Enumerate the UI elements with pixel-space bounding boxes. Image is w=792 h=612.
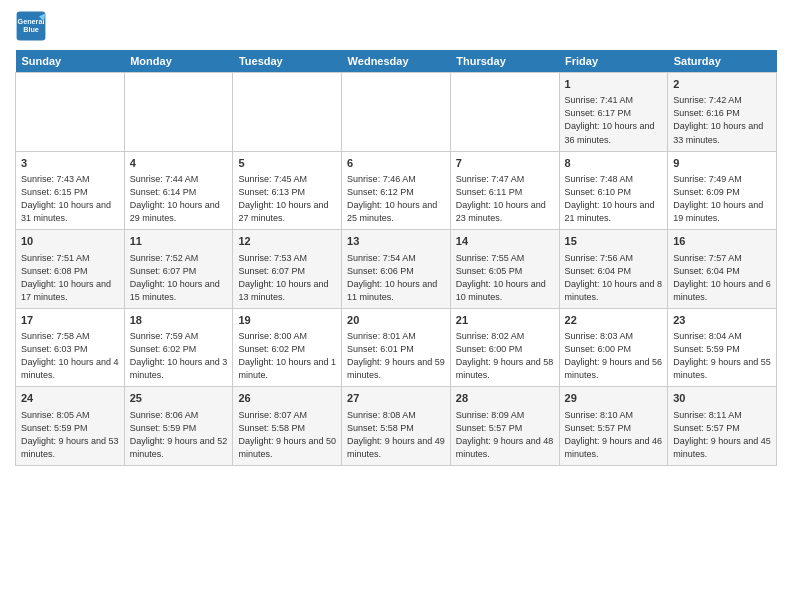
logo-icon: General Blue bbox=[15, 10, 47, 42]
calendar-cell: 17Sunrise: 7:58 AMSunset: 6:03 PMDayligh… bbox=[16, 308, 125, 387]
calendar-cell: 3Sunrise: 7:43 AMSunset: 6:15 PMDaylight… bbox=[16, 151, 125, 230]
calendar-cell: 10Sunrise: 7:51 AMSunset: 6:08 PMDayligh… bbox=[16, 230, 125, 309]
calendar-cell bbox=[342, 73, 451, 152]
day-info: Sunrise: 7:46 AMSunset: 6:12 PMDaylight:… bbox=[347, 173, 445, 225]
calendar-cell: 6Sunrise: 7:46 AMSunset: 6:12 PMDaylight… bbox=[342, 151, 451, 230]
calendar-cell: 11Sunrise: 7:52 AMSunset: 6:07 PMDayligh… bbox=[124, 230, 233, 309]
weekday-header-saturday: Saturday bbox=[668, 50, 777, 73]
calendar-cell: 2Sunrise: 7:42 AMSunset: 6:16 PMDaylight… bbox=[668, 73, 777, 152]
calendar-cell: 12Sunrise: 7:53 AMSunset: 6:07 PMDayligh… bbox=[233, 230, 342, 309]
day-number: 7 bbox=[456, 156, 554, 171]
day-number: 9 bbox=[673, 156, 771, 171]
day-number: 28 bbox=[456, 391, 554, 406]
day-number: 3 bbox=[21, 156, 119, 171]
calendar-cell: 20Sunrise: 8:01 AMSunset: 6:01 PMDayligh… bbox=[342, 308, 451, 387]
calendar-cell: 21Sunrise: 8:02 AMSunset: 6:00 PMDayligh… bbox=[450, 308, 559, 387]
day-number: 4 bbox=[130, 156, 228, 171]
day-info: Sunrise: 8:07 AMSunset: 5:58 PMDaylight:… bbox=[238, 409, 336, 461]
day-info: Sunrise: 7:43 AMSunset: 6:15 PMDaylight:… bbox=[21, 173, 119, 225]
weekday-header-friday: Friday bbox=[559, 50, 668, 73]
day-info: Sunrise: 8:02 AMSunset: 6:00 PMDaylight:… bbox=[456, 330, 554, 382]
calendar-cell: 28Sunrise: 8:09 AMSunset: 5:57 PMDayligh… bbox=[450, 387, 559, 466]
calendar-cell bbox=[450, 73, 559, 152]
weekday-header-tuesday: Tuesday bbox=[233, 50, 342, 73]
day-number: 23 bbox=[673, 313, 771, 328]
day-number: 10 bbox=[21, 234, 119, 249]
calendar-cell: 5Sunrise: 7:45 AMSunset: 6:13 PMDaylight… bbox=[233, 151, 342, 230]
day-number: 17 bbox=[21, 313, 119, 328]
day-number: 20 bbox=[347, 313, 445, 328]
day-info: Sunrise: 7:44 AMSunset: 6:14 PMDaylight:… bbox=[130, 173, 228, 225]
calendar-cell: 27Sunrise: 8:08 AMSunset: 5:58 PMDayligh… bbox=[342, 387, 451, 466]
day-number: 5 bbox=[238, 156, 336, 171]
day-info: Sunrise: 7:47 AMSunset: 6:11 PMDaylight:… bbox=[456, 173, 554, 225]
calendar-page: General Blue SundayMondayTuesdayWednesda… bbox=[0, 0, 792, 476]
calendar-cell: 29Sunrise: 8:10 AMSunset: 5:57 PMDayligh… bbox=[559, 387, 668, 466]
day-number: 25 bbox=[130, 391, 228, 406]
logo: General Blue bbox=[15, 10, 47, 42]
day-number: 29 bbox=[565, 391, 663, 406]
weekday-header-thursday: Thursday bbox=[450, 50, 559, 73]
day-number: 11 bbox=[130, 234, 228, 249]
calendar-cell: 22Sunrise: 8:03 AMSunset: 6:00 PMDayligh… bbox=[559, 308, 668, 387]
calendar-cell: 1Sunrise: 7:41 AMSunset: 6:17 PMDaylight… bbox=[559, 73, 668, 152]
day-info: Sunrise: 7:41 AMSunset: 6:17 PMDaylight:… bbox=[565, 94, 663, 146]
day-number: 8 bbox=[565, 156, 663, 171]
day-info: Sunrise: 7:53 AMSunset: 6:07 PMDaylight:… bbox=[238, 252, 336, 304]
day-info: Sunrise: 8:01 AMSunset: 6:01 PMDaylight:… bbox=[347, 330, 445, 382]
day-info: Sunrise: 8:09 AMSunset: 5:57 PMDaylight:… bbox=[456, 409, 554, 461]
day-info: Sunrise: 7:49 AMSunset: 6:09 PMDaylight:… bbox=[673, 173, 771, 225]
calendar-cell: 13Sunrise: 7:54 AMSunset: 6:06 PMDayligh… bbox=[342, 230, 451, 309]
day-info: Sunrise: 8:06 AMSunset: 5:59 PMDaylight:… bbox=[130, 409, 228, 461]
day-number: 15 bbox=[565, 234, 663, 249]
day-info: Sunrise: 7:54 AMSunset: 6:06 PMDaylight:… bbox=[347, 252, 445, 304]
day-number: 1 bbox=[565, 77, 663, 92]
calendar-week-row: 24Sunrise: 8:05 AMSunset: 5:59 PMDayligh… bbox=[16, 387, 777, 466]
day-number: 24 bbox=[21, 391, 119, 406]
day-number: 18 bbox=[130, 313, 228, 328]
calendar-cell: 9Sunrise: 7:49 AMSunset: 6:09 PMDaylight… bbox=[668, 151, 777, 230]
day-info: Sunrise: 7:51 AMSunset: 6:08 PMDaylight:… bbox=[21, 252, 119, 304]
calendar-cell: 16Sunrise: 7:57 AMSunset: 6:04 PMDayligh… bbox=[668, 230, 777, 309]
day-number: 22 bbox=[565, 313, 663, 328]
calendar-cell: 26Sunrise: 8:07 AMSunset: 5:58 PMDayligh… bbox=[233, 387, 342, 466]
weekday-header-monday: Monday bbox=[124, 50, 233, 73]
day-number: 6 bbox=[347, 156, 445, 171]
day-number: 27 bbox=[347, 391, 445, 406]
day-info: Sunrise: 8:00 AMSunset: 6:02 PMDaylight:… bbox=[238, 330, 336, 382]
day-number: 21 bbox=[456, 313, 554, 328]
calendar-table: SundayMondayTuesdayWednesdayThursdayFrid… bbox=[15, 50, 777, 466]
calendar-cell bbox=[16, 73, 125, 152]
day-number: 16 bbox=[673, 234, 771, 249]
day-number: 30 bbox=[673, 391, 771, 406]
calendar-cell: 14Sunrise: 7:55 AMSunset: 6:05 PMDayligh… bbox=[450, 230, 559, 309]
day-info: Sunrise: 7:56 AMSunset: 6:04 PMDaylight:… bbox=[565, 252, 663, 304]
day-number: 2 bbox=[673, 77, 771, 92]
day-number: 26 bbox=[238, 391, 336, 406]
calendar-body: 1Sunrise: 7:41 AMSunset: 6:17 PMDaylight… bbox=[16, 73, 777, 466]
page-header: General Blue bbox=[15, 10, 777, 42]
day-info: Sunrise: 7:42 AMSunset: 6:16 PMDaylight:… bbox=[673, 94, 771, 146]
svg-text:Blue: Blue bbox=[23, 25, 39, 34]
calendar-cell bbox=[233, 73, 342, 152]
calendar-cell: 24Sunrise: 8:05 AMSunset: 5:59 PMDayligh… bbox=[16, 387, 125, 466]
calendar-header: SundayMondayTuesdayWednesdayThursdayFrid… bbox=[16, 50, 777, 73]
weekday-header-sunday: Sunday bbox=[16, 50, 125, 73]
weekday-header-wednesday: Wednesday bbox=[342, 50, 451, 73]
calendar-cell: 8Sunrise: 7:48 AMSunset: 6:10 PMDaylight… bbox=[559, 151, 668, 230]
day-info: Sunrise: 7:48 AMSunset: 6:10 PMDaylight:… bbox=[565, 173, 663, 225]
day-info: Sunrise: 7:57 AMSunset: 6:04 PMDaylight:… bbox=[673, 252, 771, 304]
calendar-cell: 23Sunrise: 8:04 AMSunset: 5:59 PMDayligh… bbox=[668, 308, 777, 387]
calendar-cell: 18Sunrise: 7:59 AMSunset: 6:02 PMDayligh… bbox=[124, 308, 233, 387]
calendar-cell: 25Sunrise: 8:06 AMSunset: 5:59 PMDayligh… bbox=[124, 387, 233, 466]
calendar-cell: 4Sunrise: 7:44 AMSunset: 6:14 PMDaylight… bbox=[124, 151, 233, 230]
day-info: Sunrise: 7:59 AMSunset: 6:02 PMDaylight:… bbox=[130, 330, 228, 382]
calendar-cell bbox=[124, 73, 233, 152]
calendar-week-row: 10Sunrise: 7:51 AMSunset: 6:08 PMDayligh… bbox=[16, 230, 777, 309]
day-number: 14 bbox=[456, 234, 554, 249]
day-info: Sunrise: 8:11 AMSunset: 5:57 PMDaylight:… bbox=[673, 409, 771, 461]
calendar-week-row: 1Sunrise: 7:41 AMSunset: 6:17 PMDaylight… bbox=[16, 73, 777, 152]
day-info: Sunrise: 8:08 AMSunset: 5:58 PMDaylight:… bbox=[347, 409, 445, 461]
day-info: Sunrise: 7:45 AMSunset: 6:13 PMDaylight:… bbox=[238, 173, 336, 225]
day-info: Sunrise: 8:04 AMSunset: 5:59 PMDaylight:… bbox=[673, 330, 771, 382]
